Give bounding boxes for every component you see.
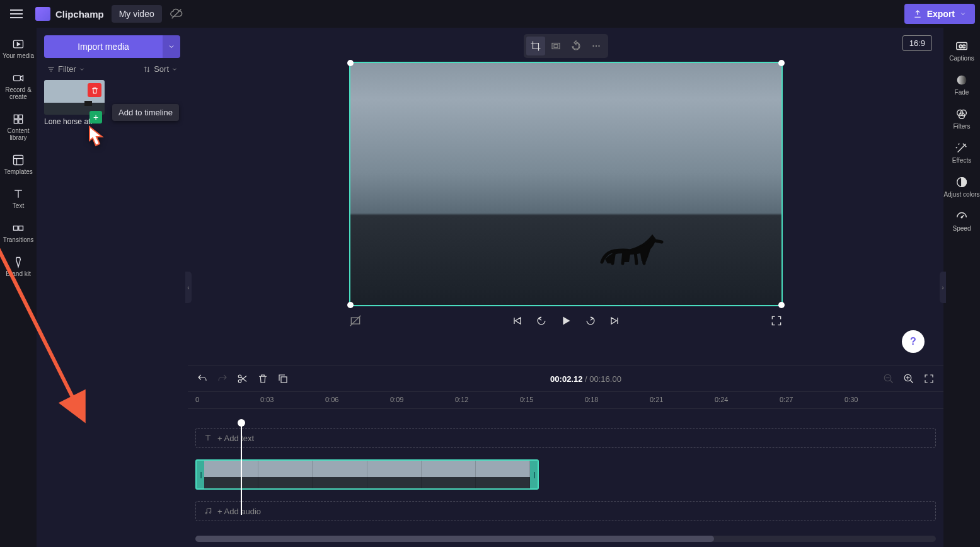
skip-forward-button[interactable] bbox=[608, 314, 621, 327]
clip-trim-left[interactable]: || bbox=[197, 461, 204, 488]
right-rail: CC Captions Fade Filters Effects Adjust … bbox=[943, 28, 980, 547]
help-button[interactable]: ? bbox=[902, 330, 925, 353]
detach-audio-button[interactable] bbox=[349, 314, 362, 327]
crop-button[interactable] bbox=[526, 37, 545, 55]
media-item[interactable]: + Lone horse at. Add to timeline bbox=[44, 80, 105, 126]
rail-text[interactable]: Text bbox=[0, 185, 37, 212]
delete-media-button[interactable] bbox=[88, 83, 101, 97]
aspect-ratio-button[interactable]: 16:9 bbox=[902, 35, 932, 51]
sort-button[interactable]: Sort bbox=[142, 64, 178, 74]
rr-filters[interactable]: Filters bbox=[953, 107, 970, 130]
timeline-ruler[interactable]: 0 0:03 0:06 0:09 0:12 0:15 0:18 0:21 0:2… bbox=[188, 391, 943, 409]
export-label: Export bbox=[927, 9, 955, 19]
pointer-cursor-annotation bbox=[77, 122, 112, 157]
svg-rect-7 bbox=[14, 156, 23, 165]
redo-icon bbox=[217, 373, 228, 384]
adjust-icon bbox=[955, 175, 969, 189]
text-icon bbox=[12, 188, 25, 200]
left-rail: Your media Record & create Content libra… bbox=[0, 28, 37, 547]
rewind-button[interactable] bbox=[535, 314, 548, 327]
rr-captions[interactable]: CC Captions bbox=[949, 39, 974, 62]
zoom-in-button[interactable] bbox=[903, 373, 914, 384]
sort-icon bbox=[142, 65, 151, 74]
redo-button[interactable] bbox=[217, 373, 228, 384]
ruler-tick: 0:27 bbox=[780, 396, 793, 403]
playhead[interactable] bbox=[241, 420, 242, 515]
rail-brand-kit[interactable]: Brand kit bbox=[0, 253, 37, 280]
filter-button[interactable]: Filter bbox=[47, 64, 85, 74]
video-clip[interactable]: || || bbox=[195, 459, 539, 490]
chevron-down-icon bbox=[171, 66, 178, 72]
svg-rect-6 bbox=[19, 120, 23, 124]
undo-button[interactable] bbox=[197, 373, 208, 384]
scissors-icon bbox=[237, 373, 248, 384]
import-media-dropdown[interactable] bbox=[163, 35, 180, 58]
hamburger-menu[interactable] bbox=[5, 3, 28, 25]
upload-icon bbox=[913, 9, 922, 18]
svg-rect-5 bbox=[14, 120, 18, 124]
tooltip-add-to-timeline: Add to timeline bbox=[112, 104, 179, 121]
app-logo[interactable]: Clipchamp bbox=[35, 7, 104, 21]
svg-line-28 bbox=[890, 380, 893, 383]
add-to-timeline-button[interactable]: + bbox=[89, 111, 102, 124]
resize-handle-bl[interactable] bbox=[347, 302, 354, 308]
duplicate-button[interactable] bbox=[277, 373, 289, 384]
svg-rect-25 bbox=[281, 377, 287, 383]
project-title[interactable]: My video bbox=[112, 5, 162, 23]
fullscreen-button[interactable] bbox=[770, 314, 783, 327]
svg-text:CC: CC bbox=[959, 43, 966, 49]
more-button[interactable] bbox=[587, 37, 606, 55]
svg-rect-4 bbox=[19, 115, 23, 118]
rail-content-library[interactable]: Content library bbox=[0, 110, 37, 144]
trash-icon bbox=[91, 86, 99, 95]
rr-speed[interactable]: Speed bbox=[953, 209, 971, 232]
resize-handle-tr[interactable] bbox=[778, 60, 785, 66]
rail-label: Brand kit bbox=[6, 270, 30, 277]
rail-record-create[interactable]: Record & create bbox=[0, 69, 37, 103]
export-button[interactable]: Export bbox=[904, 4, 975, 24]
timeline-scrollbar[interactable] bbox=[195, 536, 936, 542]
add-text-track[interactable]: + Add text bbox=[195, 428, 936, 448]
zoom-fit-button[interactable] bbox=[923, 373, 935, 384]
rail-transitions[interactable]: Transitions bbox=[0, 219, 37, 246]
forward-button[interactable] bbox=[584, 314, 597, 327]
video-track[interactable]: || || bbox=[195, 459, 936, 490]
center-area: 16:9 ? bbox=[188, 28, 943, 547]
delete-clip-button[interactable] bbox=[257, 373, 268, 384]
resize-handle-tl[interactable] bbox=[347, 60, 354, 66]
filters-icon bbox=[955, 107, 969, 121]
preview-toolbar bbox=[524, 34, 608, 58]
split-button[interactable] bbox=[237, 373, 248, 384]
import-media-button[interactable]: Import media bbox=[44, 35, 163, 58]
timeline-timecode: 00:02.12 / 00:16.00 bbox=[550, 374, 621, 384]
skip-back-button[interactable] bbox=[511, 314, 524, 327]
fit-button[interactable] bbox=[546, 37, 565, 55]
rr-effects[interactable]: Effects bbox=[952, 141, 971, 164]
cloud-sync-icon[interactable] bbox=[170, 7, 183, 21]
rail-templates[interactable]: Templates bbox=[0, 151, 37, 178]
transitions-icon bbox=[12, 222, 25, 234]
current-time: 00:02.12 bbox=[550, 374, 582, 384]
scrollbar-thumb[interactable] bbox=[195, 536, 714, 542]
svg-rect-16 bbox=[554, 45, 558, 48]
resize-handle-br[interactable] bbox=[778, 302, 785, 308]
zoom-out-button[interactable] bbox=[883, 373, 894, 384]
ruler-tick: 0:18 bbox=[585, 396, 598, 403]
add-audio-track[interactable]: + Add audio bbox=[195, 501, 936, 521]
collapse-right-rail[interactable]: › bbox=[940, 272, 946, 303]
rotate-button[interactable] bbox=[567, 37, 585, 55]
rail-your-media[interactable]: Your media bbox=[0, 35, 37, 62]
app-name: Clipchamp bbox=[55, 9, 104, 20]
ruler-tick: 0:09 bbox=[390, 396, 403, 403]
rr-fade[interactable]: Fade bbox=[955, 73, 969, 96]
rewind-icon bbox=[535, 314, 548, 327]
more-icon bbox=[591, 40, 602, 52]
svg-rect-10 bbox=[14, 226, 18, 231]
rotate-icon bbox=[570, 40, 582, 52]
video-preview[interactable] bbox=[349, 62, 783, 306]
fullscreen-icon bbox=[770, 314, 783, 327]
play-button[interactable] bbox=[559, 314, 573, 328]
clip-trim-right[interactable]: || bbox=[530, 461, 538, 488]
svg-point-23 bbox=[238, 375, 241, 378]
rr-adjust-colors[interactable]: Adjust colors bbox=[943, 175, 979, 198]
